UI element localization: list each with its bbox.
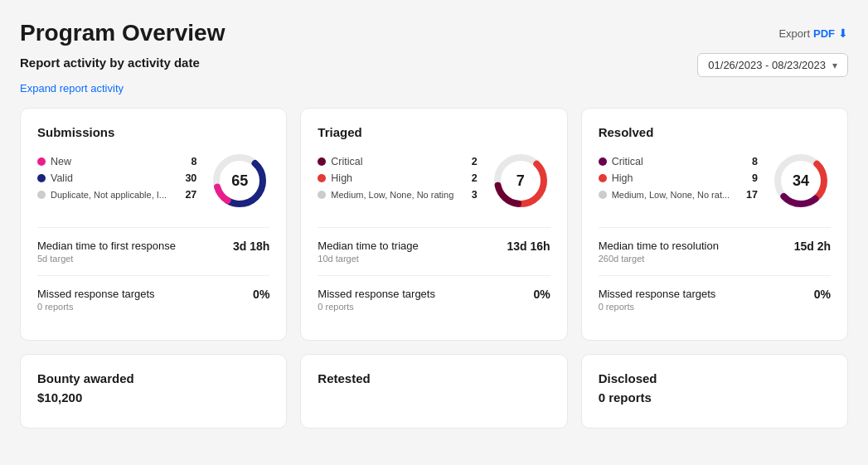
- triaged-legend: Critical 2 High 2 Medium, Low, None, No …: [318, 156, 477, 206]
- median-resolution-value: 15d 2h: [794, 240, 831, 253]
- triaged-card: Triaged Critical 2 High 2 Medium, Low, N…: [300, 108, 567, 341]
- list-item: New 8: [37, 156, 196, 167]
- median-time-label: Median time to first response: [37, 240, 176, 252]
- list-item: Valid 30: [37, 172, 196, 184]
- res-critical-dot: [599, 157, 607, 166]
- medium-dot: [318, 191, 326, 199]
- median-resolution-label: Median time to resolution: [599, 240, 719, 252]
- disclosed-title: Disclosed: [599, 371, 831, 385]
- median-resolution-target: 260d target: [599, 254, 719, 264]
- new-label: New: [51, 156, 71, 167]
- median-triage-value: 13d 16h: [507, 240, 550, 253]
- chevron-down-icon: ▾: [832, 60, 837, 71]
- bounty-title: Bounty awarded: [37, 371, 269, 385]
- export-pdf-button[interactable]: PDF: [813, 27, 835, 40]
- submissions-donut-section: New 8 Valid 30 Duplicate, Not applicable…: [37, 151, 269, 211]
- section-subtitle: Report activity by activity date: [20, 56, 200, 70]
- median-triage-label: Median time to triage: [318, 240, 418, 252]
- triaged-missed-label: Missed response targets: [318, 288, 435, 300]
- critical-label: Critical: [331, 156, 362, 167]
- res-high-dot: [599, 174, 607, 182]
- resolved-title: Resolved: [599, 125, 831, 139]
- triaged-missed-row: Missed response targets 0 reports 0%: [318, 288, 550, 312]
- resolved-missed-label: Missed response targets: [599, 288, 716, 300]
- median-triage-row: Median time to triage 10d target 13d 16h: [318, 240, 550, 264]
- missed-sub: 0 reports: [37, 302, 155, 312]
- dup-label: Duplicate, Not applicable, I...: [51, 190, 167, 200]
- valid-count: 30: [185, 172, 196, 184]
- res-medium-label: Medium, Low, None, No rat...: [612, 190, 730, 200]
- missed-targets-row: Missed response targets 0 reports 0%: [37, 288, 269, 312]
- submissions-total: 65: [231, 172, 248, 190]
- bottom-cards-grid: Bounty awarded $10,200 Retested Disclose…: [20, 354, 848, 429]
- median-time-value: 3d 18h: [233, 240, 269, 253]
- export-label: Export: [778, 27, 810, 40]
- median-time-target: 5d target: [37, 254, 176, 264]
- list-item: Medium, Low, None, No rat... 17: [599, 189, 758, 201]
- missed-value: 0%: [253, 288, 269, 301]
- list-item: Critical 8: [599, 156, 758, 167]
- bounty-card: Bounty awarded $10,200: [20, 354, 287, 429]
- res-critical-count: 8: [752, 156, 758, 167]
- main-cards-grid: Submissions New 8 Valid 30 Duplicate, No…: [20, 108, 848, 341]
- critical-count: 2: [472, 156, 478, 167]
- triaged-missed-value: 0%: [533, 288, 550, 301]
- high-count: 2: [472, 172, 478, 184]
- triaged-donut-section: Critical 2 High 2 Medium, Low, None, No …: [318, 151, 550, 211]
- triaged-missed-sub: 0 reports: [318, 302, 435, 312]
- submissions-card: Submissions New 8 Valid 30 Duplicate, No…: [20, 108, 287, 341]
- resolved-missed-sub: 0 reports: [599, 302, 716, 312]
- disclosed-value: 0 reports: [599, 390, 831, 404]
- list-item: Duplicate, Not applicable, I... 27: [37, 189, 196, 201]
- retested-card: Retested: [300, 354, 567, 429]
- page-title: Program Overview: [20, 20, 225, 46]
- new-count: 8: [191, 156, 196, 167]
- median-time-row: Median time to first response 5d target …: [37, 240, 269, 264]
- submissions-legend: New 8 Valid 30 Duplicate, Not applicable…: [37, 156, 196, 206]
- download-icon[interactable]: ⬇: [838, 27, 848, 40]
- resolved-total: 34: [793, 172, 809, 190]
- date-range-value: 01/26/2023 - 08/23/2023: [708, 59, 826, 71]
- submissions-title: Submissions: [37, 125, 269, 139]
- median-resolution-row: Median time to resolution 260d target 15…: [599, 240, 831, 264]
- res-critical-label: Critical: [612, 156, 643, 167]
- triaged-donut: 7: [491, 151, 550, 211]
- dup-dot: [37, 191, 46, 199]
- triaged-title: Triaged: [318, 125, 550, 139]
- expand-report-link[interactable]: Expand report activity: [20, 82, 124, 94]
- triaged-total: 7: [516, 172, 525, 190]
- bounty-value: $10,200: [37, 390, 269, 404]
- resolved-legend: Critical 8 High 9 Medium, Low, None, No …: [599, 156, 758, 206]
- res-medium-dot: [599, 191, 607, 199]
- high-dot: [318, 174, 326, 182]
- resolved-donut-section: Critical 8 High 9 Medium, Low, None, No …: [599, 151, 831, 211]
- list-item: Medium, Low, None, No rating 3: [318, 189, 477, 201]
- medium-label: Medium, Low, None, No rating: [331, 190, 453, 200]
- valid-dot: [37, 174, 46, 182]
- retested-title: Retested: [318, 371, 550, 385]
- medium-count: 3: [472, 189, 478, 201]
- resolved-card: Resolved Critical 8 High 9 Medium, Low, …: [581, 108, 848, 341]
- res-medium-count: 17: [746, 189, 758, 201]
- resolved-missed-row: Missed response targets 0 reports 0%: [599, 288, 831, 312]
- res-high-label: High: [612, 172, 633, 184]
- dup-count: 27: [185, 189, 196, 201]
- resolved-missed-value: 0%: [814, 288, 831, 301]
- high-label: High: [331, 172, 352, 184]
- list-item: High 2: [318, 172, 477, 184]
- submissions-donut: 65: [210, 151, 269, 211]
- date-range-picker[interactable]: 01/26/2023 - 08/23/2023 ▾: [697, 53, 848, 77]
- missed-label: Missed response targets: [37, 288, 155, 300]
- list-item: Critical 2: [318, 156, 477, 167]
- critical-dot: [318, 157, 326, 166]
- res-high-count: 9: [752, 172, 758, 184]
- valid-label: Valid: [51, 172, 73, 184]
- resolved-donut: 34: [771, 151, 831, 211]
- disclosed-card: Disclosed 0 reports: [581, 354, 848, 429]
- list-item: High 9: [599, 172, 758, 184]
- median-triage-target: 10d target: [318, 254, 418, 264]
- new-dot: [37, 157, 46, 166]
